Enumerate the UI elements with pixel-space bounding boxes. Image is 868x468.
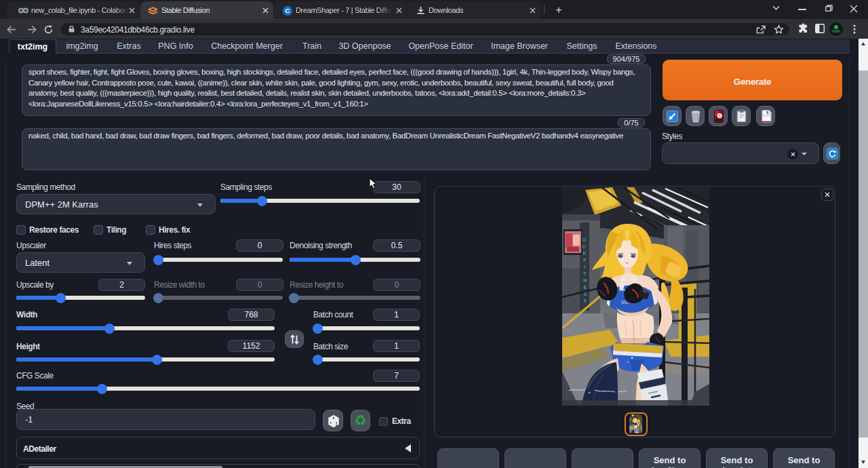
svg-text:C: C xyxy=(285,7,290,14)
